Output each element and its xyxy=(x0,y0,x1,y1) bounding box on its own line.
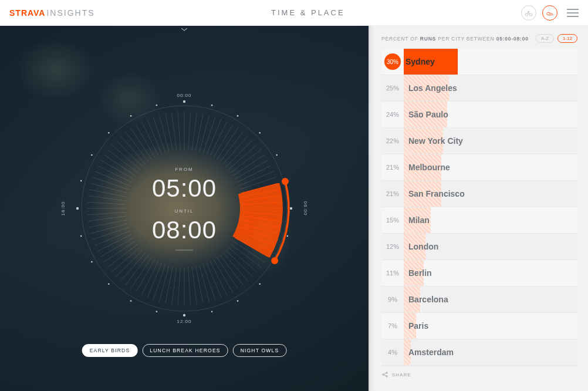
svg-line-76 xyxy=(87,202,126,204)
svg-line-96 xyxy=(165,113,173,151)
svg-line-98 xyxy=(178,112,180,150)
svg-line-54 xyxy=(165,266,173,304)
time-dial[interactable]: 00:00 06:00 12:00 18:00 FROM 05:00 UNTIL… xyxy=(70,94,299,323)
pill-night-owls[interactable]: NIGHT OWLS xyxy=(233,344,287,357)
tick-06: 06:00 xyxy=(303,201,308,215)
svg-line-21 xyxy=(238,171,273,186)
city-percent: 25% xyxy=(381,85,404,92)
city-percent: 22% xyxy=(381,137,404,144)
svg-line-4 xyxy=(188,112,191,150)
svg-line-85 xyxy=(107,150,138,173)
from-label: FROM xyxy=(152,167,217,172)
city-row[interactable]: 21%San Francisco xyxy=(381,181,577,207)
pill-lunch-heroes[interactable]: LUNCH BREAK HEROES xyxy=(142,344,228,357)
until-label: UNTIL xyxy=(152,208,217,214)
city-row[interactable]: 4%Amsterdam xyxy=(381,339,577,366)
menu-button[interactable] xyxy=(567,9,579,17)
city-row[interactable]: 22%New York City xyxy=(381,128,577,154)
sort-rank-button[interactable]: 1-12 xyxy=(557,34,577,43)
city-name: Barcelona xyxy=(408,295,448,304)
svg-line-50 xyxy=(188,267,191,305)
chevron-down-icon xyxy=(180,27,188,32)
city-row[interactable]: 25%Los Angeles xyxy=(381,75,577,102)
svg-line-13 xyxy=(220,132,244,162)
sort-az-button[interactable]: A-Z xyxy=(536,34,554,43)
svg-line-6 xyxy=(196,113,204,151)
city-row[interactable]: 12%London xyxy=(381,234,577,260)
svg-line-65 xyxy=(107,244,138,268)
city-name: Milan xyxy=(408,215,430,225)
city-row[interactable]: 30%Sydney xyxy=(381,49,577,75)
svg-line-66 xyxy=(104,241,136,262)
svg-line-38 xyxy=(228,247,257,272)
svg-line-41 xyxy=(220,255,244,285)
svg-line-62 xyxy=(120,252,146,281)
city-percent: 9% xyxy=(381,296,404,303)
city-row[interactable]: 15%Milan xyxy=(381,207,577,234)
svg-line-9 xyxy=(207,119,221,154)
svg-point-101 xyxy=(237,115,239,117)
city-name: New York City xyxy=(408,136,463,146)
svg-point-100 xyxy=(211,105,213,106)
center-divider xyxy=(175,250,193,251)
mode-cycling-button[interactable] xyxy=(521,5,536,21)
svg-line-87 xyxy=(116,140,143,167)
panel-header: PERCENT OF RUNS PER CITY BETWEEN 05:00-0… xyxy=(381,34,577,43)
city-percent: 24% xyxy=(381,111,404,118)
city-list: 30%Sydney25%Los Angeles24%São Paulo22%Ne… xyxy=(381,49,577,366)
svg-line-5 xyxy=(192,112,197,150)
svg-point-108 xyxy=(259,283,261,285)
svg-point-119 xyxy=(91,154,93,156)
svg-line-60 xyxy=(130,257,151,289)
city-name: San Francisco xyxy=(408,189,465,198)
city-name: Berlin xyxy=(408,268,432,278)
mode-running-button[interactable] xyxy=(542,5,557,21)
svg-line-71 xyxy=(91,224,128,234)
svg-point-117 xyxy=(76,207,79,210)
svg-line-93 xyxy=(147,119,162,154)
city-name: London xyxy=(408,242,438,251)
city-percent: 4% xyxy=(381,349,404,356)
panel-heading: PERCENT OF RUNS PER CITY BETWEEN 05:00-0… xyxy=(381,36,529,42)
svg-line-15 xyxy=(226,140,253,167)
city-percent: 15% xyxy=(381,217,404,224)
svg-point-1 xyxy=(529,13,532,16)
city-row[interactable]: 11%Berlin xyxy=(381,260,577,286)
city-row[interactable]: 9%Barcelona xyxy=(381,286,577,313)
svg-point-124 xyxy=(271,257,278,264)
city-percent: 12% xyxy=(381,243,404,250)
share-button[interactable]: SHARE xyxy=(381,366,577,383)
svg-line-90 xyxy=(130,128,151,160)
city-row[interactable]: 21%Melbourne xyxy=(381,154,577,181)
svg-line-40 xyxy=(223,252,248,281)
logo-brand: STRAVA xyxy=(9,8,45,18)
tick-00: 00:00 xyxy=(177,93,191,98)
svg-line-52 xyxy=(178,267,180,305)
svg-line-42 xyxy=(217,257,238,289)
city-row[interactable]: 7%Paris xyxy=(381,313,577,339)
tick-18: 18:00 xyxy=(60,201,66,215)
dial-center-readout: FROM 05:00 UNTIL 08:00 xyxy=(152,167,217,251)
city-percent: 7% xyxy=(381,322,404,329)
city-name: Paris xyxy=(408,321,428,331)
svg-line-48 xyxy=(196,266,204,304)
svg-line-53 xyxy=(171,267,176,304)
tick-12: 12:00 xyxy=(177,319,191,324)
main-content: 00:00 06:00 12:00 18:00 FROM 05:00 UNTIL… xyxy=(0,26,588,391)
svg-line-88 xyxy=(120,136,146,164)
svg-line-64 xyxy=(111,247,140,272)
ranking-panel: PERCENT OF RUNS PER CITY BETWEEN 05:00-0… xyxy=(369,26,588,391)
svg-line-16 xyxy=(228,144,257,170)
share-icon xyxy=(381,371,388,378)
city-row[interactable]: 24%São Paulo xyxy=(381,102,577,128)
sort-buttons: A-Z 1-12 xyxy=(536,34,577,43)
svg-point-99 xyxy=(183,100,185,103)
svg-point-116 xyxy=(80,235,82,237)
logo[interactable]: STRAVA INSIGHTS xyxy=(9,8,95,18)
svg-line-17 xyxy=(231,150,261,173)
page-title: TIME & PLACE xyxy=(271,8,345,17)
svg-line-74 xyxy=(87,213,126,215)
svg-line-56 xyxy=(153,264,165,301)
pill-early-birds[interactable]: EARLY BIRDS xyxy=(82,344,138,357)
svg-line-86 xyxy=(111,144,140,170)
